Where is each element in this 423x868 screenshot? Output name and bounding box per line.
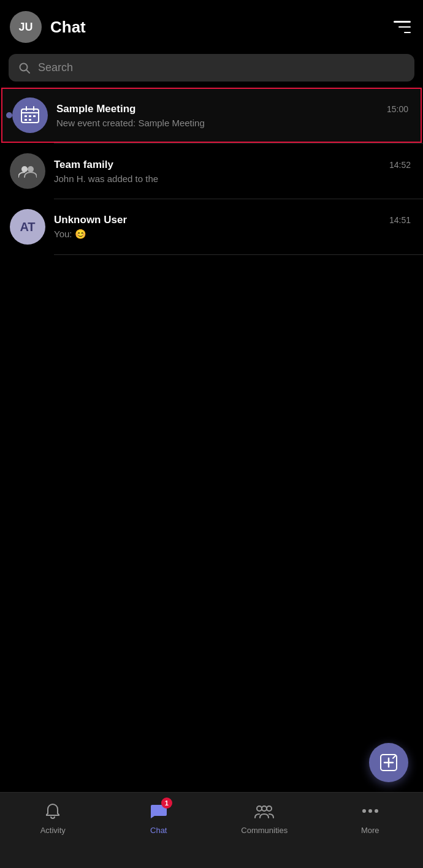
svg-point-17 — [262, 806, 267, 811]
chat-list: Sample Meeting 15:00 New event created: … — [0, 88, 423, 255]
svg-point-18 — [267, 806, 272, 811]
nav-label-more: More — [361, 826, 379, 835]
chat-time: 15:00 — [387, 104, 408, 114]
svg-point-12 — [28, 166, 34, 172]
svg-rect-10 — [29, 119, 31, 121]
nav-item-activity[interactable]: Activity — [0, 800, 106, 835]
chat-name: Sample Meeting — [56, 103, 135, 115]
svg-rect-7 — [29, 115, 31, 117]
chat-name: Team family — [54, 159, 113, 171]
chat-icon: 1 — [148, 800, 170, 822]
chat-avatar-group — [10, 153, 45, 189]
chat-time: 14:51 — [389, 215, 411, 225]
chat-badge: 1 — [161, 798, 172, 809]
list-item[interactable]: Team family 14:52 John H. was added to t… — [0, 143, 423, 199]
chat-preview: New event created: Sample Meeting — [56, 118, 408, 128]
chat-content: Sample Meeting 15:00 New event created: … — [56, 103, 408, 128]
user-avatar[interactable]: JU — [10, 11, 42, 43]
search-placeholder: Search — [38, 61, 73, 74]
chat-preview: John H. was added to the — [54, 173, 411, 184]
list-item[interactable]: Sample Meeting 15:00 New event created: … — [1, 88, 422, 143]
search-icon — [18, 62, 31, 74]
search-bar[interactable]: Search — [9, 54, 414, 82]
nav-label-communities: Communities — [241, 826, 288, 835]
chat-avatar-meeting — [12, 97, 48, 133]
svg-point-11 — [21, 166, 28, 172]
nav-item-more[interactable]: More — [318, 800, 424, 835]
nav-label-activity: Activity — [40, 826, 66, 835]
header: JU Chat — [0, 0, 423, 54]
chat-preview: You: 😊 — [54, 229, 411, 240]
svg-point-20 — [368, 809, 372, 813]
nav-label-chat: Chat — [150, 826, 167, 835]
divider — [54, 254, 423, 255]
nav-item-chat[interactable]: 1 Chat — [106, 800, 212, 835]
nav-item-communities[interactable]: Communities — [212, 800, 318, 835]
chat-content: Team family 14:52 John H. was added to t… — [54, 159, 411, 184]
svg-rect-8 — [33, 115, 36, 117]
page-title: Chat — [50, 18, 394, 37]
svg-line-1 — [26, 70, 29, 73]
svg-point-19 — [362, 809, 366, 813]
unread-indicator — [6, 112, 12, 118]
communities-icon — [253, 800, 275, 822]
bottom-nav: Activity 1 Chat Communities — [0, 792, 423, 868]
filter-icon[interactable] — [394, 21, 411, 33]
list-item[interactable]: AT Unknown User 14:51 You: 😊 — [0, 199, 423, 254]
chat-time: 14:52 — [389, 160, 411, 170]
chat-avatar-user: AT — [10, 209, 45, 245]
svg-rect-6 — [25, 115, 27, 117]
svg-rect-9 — [25, 119, 27, 121]
more-icon — [359, 800, 381, 822]
chat-name: Unknown User — [54, 214, 127, 226]
bell-icon — [42, 800, 64, 822]
svg-point-16 — [257, 806, 262, 811]
new-chat-button[interactable] — [369, 743, 408, 782]
chat-content: Unknown User 14:51 You: 😊 — [54, 214, 411, 240]
svg-point-21 — [375, 809, 378, 813]
